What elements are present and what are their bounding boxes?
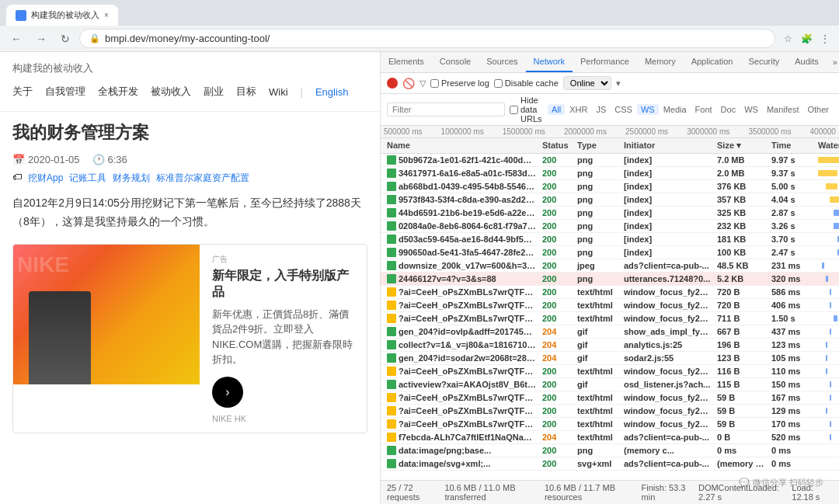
table-row[interactable]: 02084a0e-8eb6-8064-6c81-f79a77cc469... 2… (381, 220, 839, 233)
nav-wiki[interactable]: Wiki (269, 86, 288, 98)
tab-sources[interactable]: Sources (479, 52, 525, 72)
throttle-select[interactable]: Online (563, 76, 611, 90)
ad-cta-button[interactable]: › (212, 377, 243, 408)
table-row[interactable]: 34617971-6a16-e8a5-a01c-f583d7086b4... 2… (381, 167, 839, 180)
row-waterfall (815, 170, 839, 176)
nav-passive-income[interactable]: 被动收入 (151, 85, 191, 99)
table-row[interactable]: ?ai=CeeH_oPsZXmBLs7wrQTFpYDQA_3l... 200 … (381, 299, 839, 312)
tag-bookkeeping[interactable]: 记账工具 (69, 172, 106, 185)
table-row[interactable]: 50b9672a-1e01-62f1-421c-400de71e914... 2… (381, 154, 839, 167)
extensions-icon[interactable]: 🧩 (799, 31, 814, 47)
preserve-log-checkbox[interactable] (430, 79, 439, 88)
active-tab[interactable]: 构建我的被动收入 × (6, 5, 118, 26)
row-time: 320 ms (768, 274, 815, 283)
tag-asset-allocation[interactable]: 标准普尔家庭资产配置 (156, 172, 249, 185)
hide-data-urls-checkbox[interactable] (510, 106, 518, 114)
nav-lang[interactable]: English (315, 86, 349, 98)
row-type: png (574, 274, 621, 283)
filter-other[interactable]: Other (803, 104, 833, 115)
table-row[interactable]: data:image/svg+xml;... 200 svg+xml ads?c… (381, 457, 839, 471)
table-row[interactable]: 990650ad-5e41-3fa5-4647-28fe20962a2f... … (381, 246, 839, 259)
disable-cache-label[interactable]: Disable cache (494, 78, 559, 88)
table-row[interactable]: d503ac59-645a-ae16-8d44-9bf54638c3... 20… (381, 233, 839, 246)
disable-cache-checkbox[interactable] (494, 79, 503, 88)
tab-console[interactable]: Console (432, 52, 479, 72)
tag-financial-plan[interactable]: 财务规划 (113, 172, 150, 185)
forward-button[interactable]: → (31, 30, 51, 48)
address-bar[interactable]: 🔒 bmpi.dev/money/my-accounting-tool/ (79, 29, 775, 48)
table-row[interactable]: ?ai=CeeH_oPsZXmBLs7wrQTFpYDQA_3l... 200 … (381, 405, 839, 418)
header-size[interactable]: Size ▾ (714, 141, 768, 151)
tab-security[interactable]: Security (740, 52, 787, 72)
clear-button[interactable]: 🚫 (402, 78, 415, 89)
nav-goal[interactable]: 目标 (236, 85, 256, 99)
table-row[interactable]: ?ai=CeeH_oPsZXmBLs7wrQTFpYDQA_3l... 200 … (381, 312, 839, 325)
throttle-icon[interactable]: ▾ (616, 78, 621, 89)
filter-manifest[interactable]: Manifest (763, 104, 803, 115)
tag-caiapp[interactable]: 挖财App (28, 172, 63, 185)
tab-close-btn[interactable]: × (104, 11, 109, 19)
table-row[interactable]: downsize_200k_v17w=600&h=314 200 jpeg ad… (381, 259, 839, 273)
hide-data-urls-label[interactable]: Hide data URLs (510, 96, 543, 123)
tab-performance[interactable]: Performance (573, 52, 637, 72)
table-row[interactable]: f7ebcda-ALh7Ca7ftIEtf1NaQNaKBeUSllzr... … (381, 431, 839, 444)
table-row[interactable]: 44bd6591-21b6-be19-e5d6-a22e404a61... 20… (381, 207, 839, 220)
filter-ws2[interactable]: WS (740, 104, 762, 115)
row-filename: 9573f843-53f4-c8da-e390-as2d2f1f4760... (399, 195, 536, 204)
table-row[interactable]: activeview?xai=AKAOjst8V_B6tDtNrOPi... 2… (381, 378, 839, 391)
nav-self-management[interactable]: 自我管理 (45, 85, 85, 99)
table-row[interactable]: 24466127v=4?v=3&s=88 200 png utterances.… (381, 273, 839, 286)
bookmark-icon[interactable]: ☆ (780, 31, 795, 47)
header-name[interactable]: Name (384, 141, 539, 151)
menu-icon[interactable]: ⋮ (817, 31, 833, 47)
preserve-log-label[interactable]: Preserve log (430, 78, 489, 88)
header-type[interactable]: Type (574, 141, 621, 151)
header-waterfall[interactable]: Waterfall (815, 141, 839, 151)
table-row[interactable]: ?ai=CeeH_oPsZXmBLs7wrQTFpYDQA_3l... 200 … (381, 365, 839, 378)
tab-application[interactable]: Application (684, 52, 741, 72)
record-button[interactable] (387, 78, 398, 89)
back-button[interactable]: ← (6, 30, 26, 48)
network-filter-input[interactable] (387, 103, 505, 116)
tab-memory[interactable]: Memory (637, 52, 684, 72)
nav-about[interactable]: 关于 (12, 85, 33, 99)
table-row[interactable]: ?ai=CeeH_oPsZXmBLs7wrQTFpYDQA_3l... 200 … (381, 391, 839, 405)
article-date: 2020-01-05 (28, 154, 80, 165)
devtools-tabs: Elements Console Sources Network Perform… (381, 52, 839, 73)
table-row[interactable]: collect?v=1&_v=j80&a=181671083282... 204… (381, 339, 839, 352)
table-row[interactable]: data:image/png;base... 200 png (memory c… (381, 444, 839, 457)
table-row[interactable]: ?ai=CeeH_oPsZXmBLs7wrQTFpYDQA_3l... 200 … (381, 418, 839, 431)
header-time[interactable]: Time (768, 141, 815, 151)
table-row[interactable]: gen_204?id=sodar2w=2068t=28&i=gda... 204… (381, 352, 839, 365)
tab-more[interactable]: » (827, 53, 839, 71)
filter-font[interactable]: Font (691, 104, 716, 115)
table-row[interactable]: 9573f843-53f4-c8da-e390-as2d2f1f4760... … (381, 193, 839, 207)
filter-media[interactable]: Media (660, 104, 691, 115)
row-size: 100 KB (714, 248, 768, 257)
nav-side-business[interactable]: 副业 (204, 85, 224, 99)
table-row[interactable]: ?ai=CeeH_oPsZXmBLs7wrQTFpYDQA_3l... 200 … (381, 286, 839, 299)
filter-ws[interactable]: WS (637, 104, 659, 115)
row-status: 200 (539, 419, 574, 429)
filter-icon[interactable]: ▽ (420, 78, 426, 89)
status-resources: 10.6 MB / 11.7 MB resources (545, 483, 632, 502)
filter-xhr[interactable]: XHR (566, 104, 591, 115)
tab-elements[interactable]: Elements (381, 52, 432, 72)
row-filename: ?ai=CeeH_oPsZXmBLs7wrQTFpYDQA_3l... (399, 301, 536, 310)
ad-label: 广告 (212, 254, 354, 265)
nav-fullstack[interactable]: 全栈开发 (98, 85, 138, 99)
tab-audits[interactable]: Audits (787, 52, 827, 72)
row-filename: gen_204?id=ovlp&adff=20174589238rm... (399, 327, 536, 336)
refresh-button[interactable]: ↻ (56, 30, 75, 48)
row-filename: 990650ad-5e41-3fa5-4647-28fe20962a2f... (399, 248, 536, 257)
table-row[interactable]: ab668bd1-0439-c495-54b8-55464f96b9... 20… (381, 180, 839, 193)
table-row[interactable]: gen_204?id=ovlp&adff=20174589238rm... 20… (381, 325, 839, 339)
tab-network[interactable]: Network (526, 52, 573, 72)
filter-js[interactable]: JS (592, 104, 610, 115)
filter-doc[interactable]: Doc (717, 104, 740, 115)
header-initiator[interactable]: Initiator (621, 141, 714, 151)
row-status: 204 (539, 433, 574, 442)
filter-css[interactable]: CSS (611, 104, 636, 115)
filter-all[interactable]: All (548, 104, 565, 115)
header-status[interactable]: Status (539, 141, 574, 151)
